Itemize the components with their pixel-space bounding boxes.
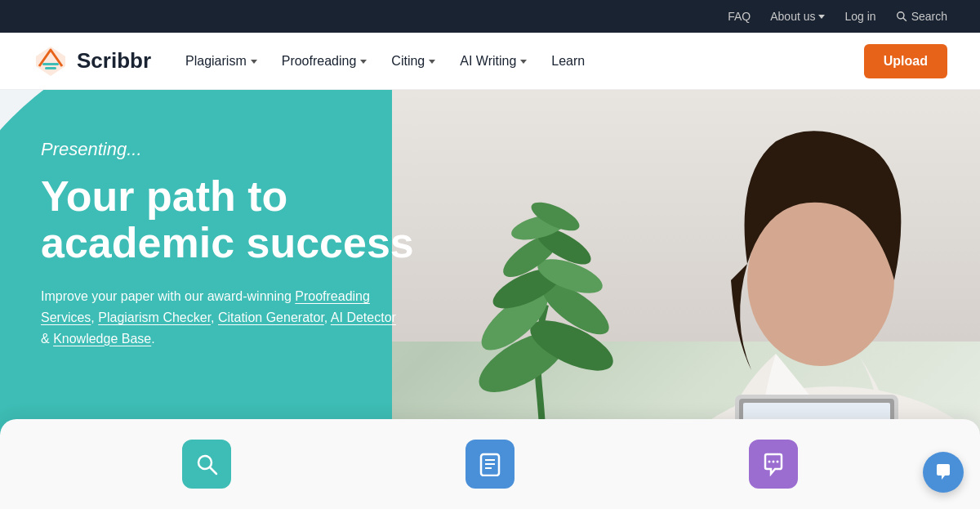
svg-point-29 xyxy=(772,461,774,463)
nav-proofreading[interactable]: Proofreading xyxy=(272,47,377,75)
main-nav: Scribbr Plagiarism Proofreading Citing A… xyxy=(0,33,980,90)
logo-icon xyxy=(33,43,69,79)
ai-detector-link[interactable]: AI Detector xyxy=(331,310,396,324)
hero-content: Presenting... Your path to academic succ… xyxy=(41,139,466,349)
svg-rect-5 xyxy=(45,67,56,69)
svg-line-1 xyxy=(902,18,906,21)
ai-writing-chevron-icon xyxy=(520,60,527,64)
logo[interactable]: Scribbr xyxy=(33,43,151,79)
citation-generator-link[interactable]: Citation Generator xyxy=(218,310,324,324)
hero-presenting-text: Presenting... xyxy=(41,139,466,160)
card-item-1[interactable] xyxy=(182,440,231,489)
card-item-2[interactable] xyxy=(466,440,514,489)
card-icon-blue xyxy=(466,440,514,489)
svg-rect-4 xyxy=(42,63,59,65)
hero-title: Your path to academic success xyxy=(41,173,466,266)
card-strip xyxy=(0,419,980,509)
top-bar: FAQ About us Log in Search xyxy=(0,0,980,33)
proofreading-chevron-icon xyxy=(360,60,367,64)
nav-links: Plagiarism Proofreading Citing AI Writin… xyxy=(176,47,864,75)
chat-bubble-button[interactable] xyxy=(923,452,964,493)
nav-learn[interactable]: Learn xyxy=(541,47,595,75)
chat-icon xyxy=(933,462,953,482)
about-us-chevron-icon xyxy=(818,15,825,19)
svg-point-0 xyxy=(897,12,903,19)
card-icon-purple xyxy=(749,440,798,489)
card-icon-teal xyxy=(182,440,231,489)
nav-plagiarism[interactable]: Plagiarism xyxy=(176,47,267,75)
knowledge-base-link[interactable]: Knowledge Base xyxy=(53,332,151,346)
login-link[interactable]: Log in xyxy=(844,10,875,23)
faq-link[interactable]: FAQ xyxy=(728,10,751,23)
hero-section: Presenting... Your path to academic succ… xyxy=(0,90,980,509)
search-icon xyxy=(896,11,907,22)
svg-point-28 xyxy=(768,461,770,463)
upload-button[interactable]: Upload xyxy=(864,44,947,78)
about-us-label: About us xyxy=(770,10,815,23)
nav-ai-writing[interactable]: AI Writing xyxy=(450,47,537,75)
nav-citing[interactable]: Citing xyxy=(381,47,445,75)
plagiarism-checker-link[interactable]: Plagiarism Checker xyxy=(98,310,211,324)
card-item-3[interactable] xyxy=(749,440,798,489)
svg-point-30 xyxy=(776,461,778,463)
hero-description: Improve your paper with our award-winnin… xyxy=(41,286,466,349)
citing-chevron-icon xyxy=(429,60,435,64)
search-top-button[interactable]: Search xyxy=(896,10,947,23)
logo-text: Scribbr xyxy=(77,48,151,74)
search-label: Search xyxy=(911,10,947,23)
svg-line-23 xyxy=(210,467,216,474)
about-us-dropdown[interactable]: About us xyxy=(770,10,825,23)
plagiarism-chevron-icon xyxy=(251,60,257,64)
